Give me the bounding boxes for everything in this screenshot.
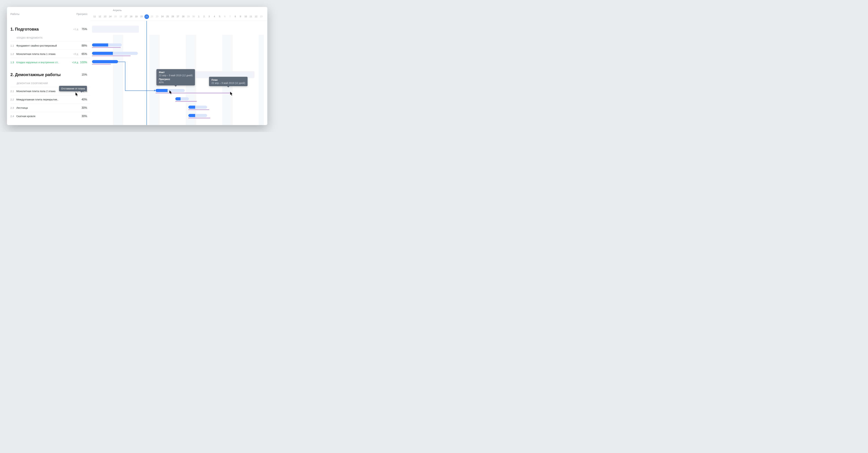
day-cell[interactable]: 13 [102,14,107,19]
plan-line[interactable] [92,56,130,56]
gantt-task-row [90,87,267,95]
task-progress: 30% [78,115,90,118]
day-cell[interactable]: 10 [243,14,248,19]
task-index: 1.1 [10,44,16,47]
gantt-task-row [90,103,267,112]
task-progress: 65% [78,53,90,56]
plan-line[interactable] [175,101,197,101]
dependency-line [118,62,125,62]
task-row[interactable]: 1.3 Кладка наружных и внутренних ст.. +1… [10,58,90,66]
task-bar[interactable] [188,105,207,109]
task-progress: 100% [78,61,90,64]
subgroup-label: КЛАДКА ФУНДАМЕНТА [17,37,90,39]
timeline-days: 1112131415161718192021222324252627282930… [90,14,267,19]
plan-line[interactable] [92,47,121,48]
day-cell[interactable]: 12 [97,14,102,19]
task-bar[interactable] [92,60,118,63]
task-delta: +14 д [68,61,78,64]
tooltip-plan: План 22 апр – 9 май 2019 (12 дней) [209,77,248,86]
day-cell[interactable]: 30 [191,14,196,19]
task-list-panel: Работы Прогресс 1. Подготовка +1 д 75% К… [7,7,90,125]
day-cell[interactable]: 23 [155,14,160,19]
day-cell[interactable]: 29 [186,14,191,19]
day-cell[interactable]: 21 [145,14,149,19]
task-index: 2.3 [10,106,16,109]
task-bar[interactable] [156,89,185,92]
section-row[interactable]: 2. Демонтажные работы 15% [10,69,90,80]
task-index: 1.2 [10,53,16,55]
day-cell[interactable]: 12 [253,14,259,19]
plan-line[interactable] [92,64,111,64]
dependency-line [125,62,125,90]
task-index: 2.4 [10,115,16,118]
day-cell[interactable]: 6 [222,14,227,19]
gantt-subgroup-row [90,34,267,41]
task-name: Скатная кровля [16,115,68,118]
subgroup-row: КЛАДКА ФУНДАМЕНТА [10,34,90,41]
task-row[interactable]: 1.1 Фундамент свайно-ростверковый 88% [10,41,90,50]
section-title: Подготовка [15,27,68,32]
day-cell[interactable]: 15 [113,14,118,19]
plan-line[interactable] [188,118,210,118]
day-cell[interactable]: 16 [118,14,123,19]
section-progress: 75% [78,28,90,31]
tooltip-value: 40% [159,81,192,84]
day-cell[interactable]: 18 [128,14,134,19]
gantt-task-row [90,41,267,50]
day-cell[interactable]: 22 [149,14,155,19]
day-cell[interactable]: 11 [92,14,97,19]
task-progress: 88% [78,44,90,47]
day-cell[interactable]: 26 [170,14,175,19]
task-bar[interactable] [92,43,122,47]
task-index: 2.1 [10,90,16,93]
day-cell[interactable]: 14 [107,14,113,19]
day-cell[interactable]: 8 [232,14,238,19]
plan-line[interactable] [156,93,231,93]
day-cell[interactable]: 17 [123,14,128,19]
task-bar-fill [92,43,108,47]
day-cell[interactable]: 4 [212,14,217,19]
task-name: Фундамент свайно-ростверковый [16,44,68,47]
day-cell[interactable]: 27 [175,14,181,19]
day-cell[interactable]: 13 [259,14,264,19]
task-row[interactable]: 2.4 Скатная кровля 30% [10,112,90,120]
task-bar[interactable] [92,52,138,55]
section-row[interactable]: 1. Подготовка +1 д 75% [10,24,90,34]
day-cell[interactable]: 20 [139,14,144,19]
day-cell[interactable]: 28 [181,14,186,19]
section-number: 1. [10,27,14,32]
gantt-task-row [90,50,267,58]
tooltip-delay: Отставание от плана [59,86,87,91]
day-cell[interactable]: 5 [217,14,222,19]
section-title: Демонтажные работы [15,72,68,77]
day-cell[interactable]: 1 [196,14,202,19]
day-cell[interactable]: 11 [248,14,253,19]
task-index: 2.2 [10,98,16,101]
tooltip-fact: Факт 22 апр – 9 май 2019 (12 дней) Прогр… [156,69,195,86]
task-bar[interactable] [188,114,207,117]
gantt-task-row [90,95,267,103]
task-row[interactable]: 1.2 Монолитная плита пола 1 этажа +5 д 6… [10,50,90,58]
gantt-section-row [90,24,267,34]
task-row[interactable]: 2.3 Лестница 30% [10,103,90,112]
task-bar-fill [188,105,195,109]
tooltip-title: Факт [159,71,192,74]
day-cell[interactable]: 24 [160,14,165,19]
plan-line[interactable] [188,110,209,110]
day-cell[interactable]: 19 [134,14,139,19]
day-cell[interactable]: 3 [207,14,212,19]
tooltip-title: Прогресс [159,78,192,81]
task-bar-fill [188,114,195,117]
tooltip-text: Отставание от плана [61,87,85,90]
task-row[interactable]: 2.2 Междуэтажная плита перекрытия.. 40% [10,95,90,103]
task-bar[interactable] [175,97,189,100]
section-progress: 15% [78,73,90,76]
month-label: Апрель [113,9,122,12]
gantt-panel[interactable]: Апрель 111213141516171819202122232425262… [90,7,267,125]
day-cell[interactable]: 2 [202,14,207,19]
day-cell[interactable]: 9 [238,14,243,19]
task-list-header: Работы Прогресс [10,7,90,21]
day-cell[interactable]: 25 [165,14,170,19]
day-cell[interactable]: 7 [227,14,232,19]
col-progress: Прогресс [76,12,90,16]
